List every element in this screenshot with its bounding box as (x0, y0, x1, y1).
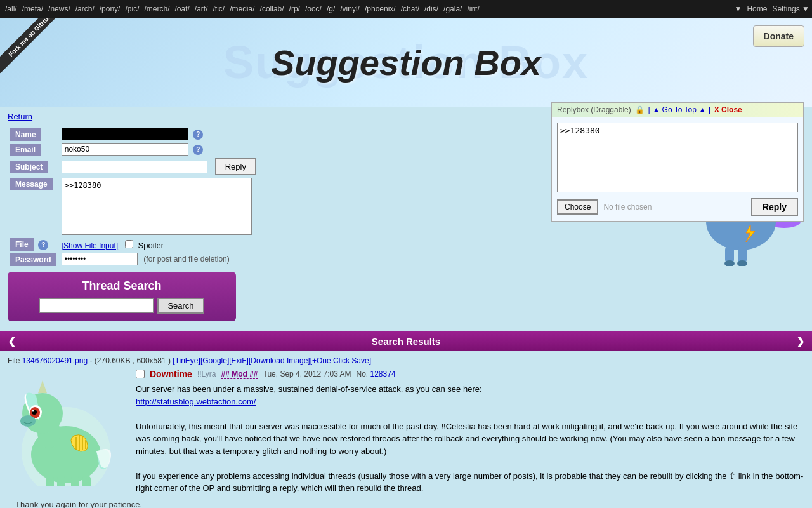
file-close: ) (168, 356, 171, 365)
nav-link-merch[interactable]: /merch/ (141, 3, 172, 15)
nav-link-pic[interactable]: /pic/ (122, 3, 141, 15)
password-input[interactable] (62, 253, 138, 265)
nav-link-collab[interactable]: /collab/ (258, 3, 287, 15)
name-help-icon[interactable]: ? (193, 130, 203, 140)
chevron-left-icon[interactable]: ❮ (8, 335, 16, 347)
nav-link-fic[interactable]: /fic/ (211, 3, 228, 15)
nav-link-meta[interactable]: /meta/ (20, 3, 46, 15)
email-help-icon[interactable]: ? (193, 145, 203, 155)
go-to-top-link[interactable]: [ ▲ Go To Top ▲ ] (648, 105, 710, 114)
svg-rect-29 (57, 476, 65, 486)
nav-link-oat[interactable]: /oat/ (172, 3, 192, 15)
donate-button[interactable]: Donate (753, 25, 804, 47)
nav-link-all[interactable]: /all/ (3, 3, 20, 15)
no-file-chosen: No file chosen (603, 203, 652, 211)
google-link[interactable]: [Google] (200, 356, 229, 365)
nav-link-phoenix[interactable]: /phoenix/ (362, 3, 398, 15)
name-input[interactable] (62, 128, 188, 140)
nav-home[interactable]: Home (747, 4, 767, 13)
nav-link-news[interactable]: /news/ (46, 3, 73, 15)
svg-point-27 (20, 415, 36, 427)
for-deletion-text: (for post and file deletion) (143, 255, 229, 264)
svg-rect-28 (46, 476, 54, 486)
replybox-file-row: Choose No file chosen Reply (557, 198, 798, 216)
fork-badge: Fork me on GitHub (0, 18, 63, 81)
email-label: Email (10, 144, 41, 156)
file-name-link[interactable]: 134676020491.png (22, 356, 88, 365)
nav-link-gala[interactable]: /gala/ (441, 3, 464, 15)
post-content: Downtime !!Lyra ## Mod ## Tue, Sep 4, 20… (136, 369, 804, 495)
name-label: Name (10, 128, 41, 141)
post-header: Downtime !!Lyra ## Mod ## Tue, Sep 4, 20… (136, 369, 804, 379)
lyra-image (8, 369, 125, 486)
thread-search-input[interactable] (39, 298, 154, 313)
nav-link-g[interactable]: /g/ (324, 3, 337, 15)
post-body-line2: Unfortunately, this meant that our serve… (136, 420, 804, 458)
nav-link-arch[interactable]: /arch/ (73, 3, 97, 15)
thread-search-title: Thread Search (20, 279, 223, 293)
lock-icon: 🔒 (635, 105, 645, 114)
fork-badge-label[interactable]: Fork me on GitHub (0, 18, 63, 73)
nav-link-rp[interactable]: /rp/ (287, 3, 303, 15)
post-tripcode: !!Lyra (197, 370, 216, 378)
nav-link-int[interactable]: /int/ (464, 3, 481, 15)
status-blog-link[interactable]: http://statusblog.webfaction.com/ (136, 397, 256, 406)
email-input[interactable] (62, 143, 188, 156)
download-link[interactable]: [Download Image] (249, 356, 310, 365)
thread-search-inner: Search (20, 298, 223, 314)
nav-link-ooc[interactable]: /ooc/ (303, 3, 324, 15)
replybox-close-button[interactable]: X Close (714, 105, 742, 114)
nav-settings[interactable]: Settings ▼ (772, 4, 809, 13)
one-click-link[interactable]: [+One Click Save] (310, 356, 371, 365)
spoiler-label: Spoiler (138, 241, 164, 250)
nav-link-chat[interactable]: /chat/ (398, 3, 422, 15)
file-label-post: File (8, 356, 20, 365)
nav-dropdown[interactable]: ▼ (735, 4, 742, 13)
replybox-header[interactable]: Replybox (Draggable) 🔒 [ ▲ Go To Top ▲ ]… (552, 103, 803, 117)
choose-file-button[interactable]: Choose (557, 199, 598, 215)
message-label: Message (10, 178, 53, 190)
password-row: Password (for post and file deletion) (8, 251, 259, 267)
thread-search-box: Thread Search Search (8, 272, 236, 321)
tineye-link[interactable]: [TinEye] (173, 356, 200, 365)
exif-link[interactable]: [ExiF] (229, 356, 249, 365)
svg-rect-31 (82, 476, 91, 486)
svg-marker-22 (38, 380, 47, 393)
return-link[interactable]: Return (8, 112, 32, 121)
message-textarea[interactable]: >>128380 (62, 178, 252, 235)
nav-link-vinyl[interactable]: /vinyl/ (337, 3, 362, 15)
post-date: Tue, Sep 4, 2012 7:03 AM (263, 370, 351, 378)
post-thumbnail (8, 369, 128, 495)
nav-link-dis[interactable]: /dis/ (422, 3, 441, 15)
replybox-textarea[interactable]: >>128380 (557, 123, 798, 192)
reply-button-replybox[interactable]: Reply (751, 198, 798, 216)
name-row: Name ? (8, 126, 259, 142)
file-label: File (10, 238, 34, 251)
post-number-link[interactable]: 128374 (370, 370, 396, 378)
file-size: (270.60KB (95, 356, 131, 365)
svg-rect-30 (71, 476, 79, 486)
post-section: File 134676020491.png - (270.60KB , 600x… (0, 351, 812, 508)
subject-input[interactable] (62, 161, 207, 173)
thank-you-text: Thank you again for your patience. (8, 495, 804, 509)
nav-link-art[interactable]: /art/ (192, 3, 211, 15)
spoiler-checkbox[interactable] (125, 240, 133, 248)
chevron-right-icon[interactable]: ❯ (796, 335, 804, 347)
reply-button-top[interactable]: Reply (215, 158, 256, 175)
email-row: Email ? (8, 142, 259, 157)
thread-search-button[interactable]: Search (157, 298, 204, 314)
replybox-title: Replybox (Draggable) (557, 105, 631, 114)
nav-link-media[interactable]: /media/ (227, 3, 257, 15)
show-file-input-link[interactable]: [Show File Input] (62, 241, 118, 250)
nav-link-pony[interactable]: /pony/ (97, 3, 123, 15)
password-label: Password (10, 253, 56, 266)
message-row: Message >>128380 (8, 177, 259, 238)
file-row: File ? [Show File Input] Spoiler (8, 238, 259, 251)
post-checkbox[interactable] (136, 370, 145, 378)
search-results-label: Search Results (372, 336, 440, 347)
file-help-icon[interactable]: ? (38, 240, 48, 250)
post-number: No. 128374 (356, 370, 395, 378)
post-body-line3: If you experience any problems accessing… (136, 470, 804, 495)
top-nav: /all/ /meta/ /news/ /arch/ /pony/ /pic/ … (0, 0, 812, 18)
post-container: Downtime !!Lyra ## Mod ## Tue, Sep 4, 20… (8, 369, 804, 495)
